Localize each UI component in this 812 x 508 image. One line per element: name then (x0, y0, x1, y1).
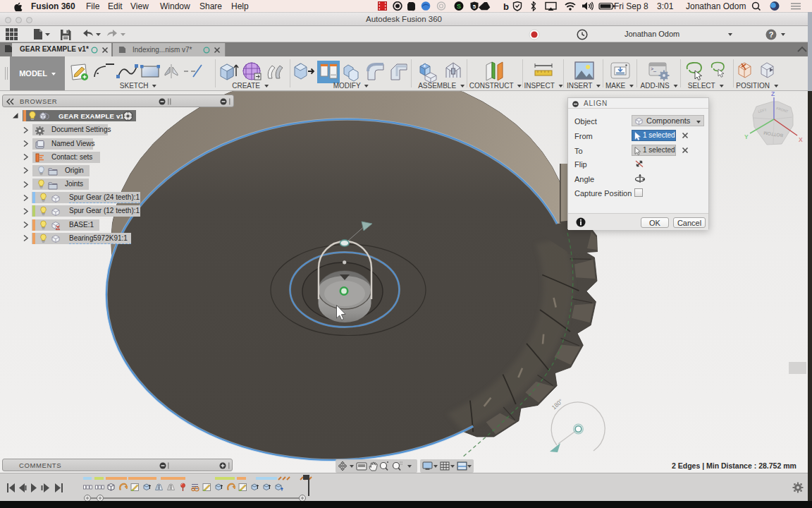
svg-text:Y: Y (744, 133, 749, 140)
svg-text:180°: 180° (550, 397, 565, 411)
svg-text:Z: Z (771, 90, 775, 97)
svg-text:X: X (799, 136, 803, 143)
